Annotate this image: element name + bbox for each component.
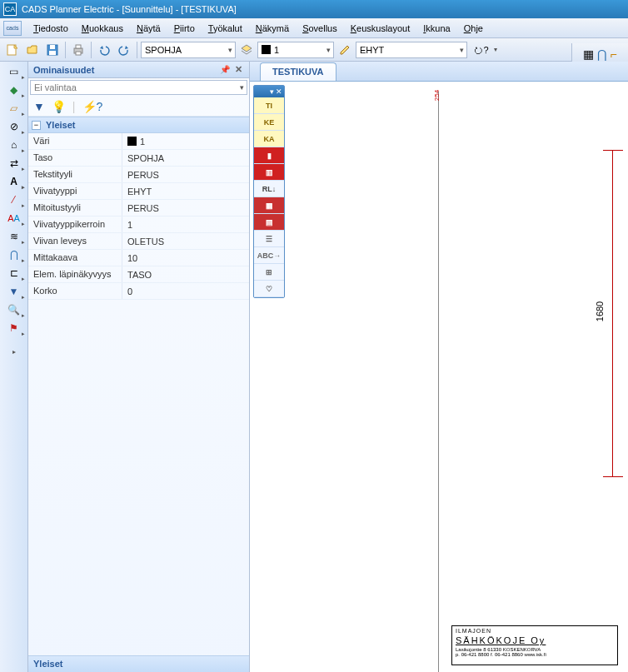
print-button[interactable] [69, 41, 87, 59]
property-value[interactable]: PERUS [122, 200, 249, 216]
group-header[interactable]: − Yleiset [28, 117, 249, 133]
property-value[interactable]: 1 [122, 217, 249, 232]
redo-button[interactable] [115, 41, 133, 59]
arrows-icon[interactable]: ⇄ [4, 155, 24, 172]
panel-filter-icon[interactable]: ▼ [33, 100, 45, 113]
menu-ohje[interactable]: Ohje [457, 21, 490, 36]
panel-help-icon[interactable]: ⚡? [82, 100, 103, 113]
property-row[interactable]: Elem. läpinäkyvyysTASO [28, 266, 249, 283]
layers-tool-icon[interactable]: ◆ [4, 82, 24, 98]
palette-close-icon[interactable]: ✕ [276, 87, 282, 96]
menu-nakyma[interactable]: Näkymä [249, 21, 296, 36]
palette-header[interactable]: ▾ ✕ [254, 86, 284, 97]
property-value[interactable]: 1 [122, 133, 249, 149]
property-value[interactable]: OLETUS [122, 233, 249, 249]
snap-icon[interactable]: ⋂ [597, 47, 606, 61]
palette-item[interactable]: ☰ [254, 231, 284, 247]
menu-keskuslayout[interactable]: Keuskuslayout [344, 21, 417, 36]
magnet-icon[interactable]: ⋂ [4, 246, 24, 263]
angle-icon[interactable]: ⌐ [610, 47, 616, 61]
property-value[interactable]: SPOHJA [122, 150, 249, 166]
pencil-icon[interactable] [336, 41, 354, 59]
flag-icon[interactable]: ⚑ [4, 320, 24, 336]
new-button[interactable] [3, 41, 22, 59]
grid-icon[interactable]: ▦ [583, 47, 594, 61]
palette-item[interactable]: ♡ [254, 281, 284, 297]
menu-sovellus[interactable]: Sovellus [296, 21, 344, 36]
selection-combo[interactable]: Ei valintaa [30, 80, 247, 95]
filter-icon[interactable]: ▼ [4, 283, 24, 300]
toolbar-overflow-icon[interactable]: ▾ [494, 46, 497, 53]
property-value[interactable]: 10 [122, 250, 249, 266]
panel-close-icon[interactable]: ✕ [233, 64, 244, 75]
layers-icon[interactable] [237, 41, 256, 59]
layer-combo[interactable]: SPOHJA [141, 42, 236, 58]
title-text: CADS Planner Electric - [Suunnittelu] - … [22, 4, 237, 14]
property-value[interactable]: PERUS [122, 167, 249, 182]
property-row[interactable]: Mittakaava10 [28, 250, 249, 266]
property-row[interactable]: Viivatyyppikerroin1 [28, 217, 249, 233]
palette-item[interactable]: ABC→ [254, 247, 284, 264]
palette-item[interactable]: ⊞ [254, 264, 284, 281]
line-tool-icon[interactable]: ∕ [4, 192, 24, 208]
collapse-icon[interactable]: − [32, 121, 41, 130]
menu-tiedosto[interactable]: Tiedosto [27, 21, 75, 36]
palette-item[interactable]: ▤ [254, 214, 284, 231]
clip-icon[interactable]: ⊏ [4, 265, 24, 281]
toolbar-expand-icon[interactable]: ▸ [4, 343, 24, 360]
property-row[interactable]: Korko0 [28, 283, 249, 300]
property-name: Elem. läpinäkyvyys [28, 266, 122, 282]
title-block: ILMAJOEN SÄHKÖKOJE Oy Lasikojontie 8 613… [451, 625, 618, 665]
property-row[interactable]: ViivatyyppiEHYT [28, 183, 249, 200]
palette-item[interactable]: ▮ [254, 147, 284, 164]
property-value[interactable]: EHYT [122, 183, 249, 199]
property-row[interactable]: MitoitustyyliPERUS [28, 200, 249, 217]
palette-menu-icon[interactable]: ▾ [270, 87, 274, 96]
color-combo[interactable]: 1 [257, 42, 334, 58]
menu-muokkaus[interactable]: Muokkaus [75, 21, 130, 36]
property-row[interactable]: TasoSPOHJA [28, 150, 249, 167]
drawing-canvas[interactable]: 254 ▾ ✕ TIKEKA▮▥RL↓▦▤☰ABC→⊞♡ 1680 ILMAJO… [250, 82, 628, 672]
linetype-combo[interactable]: EHYT [356, 42, 467, 58]
tool-palette[interactable]: ▾ ✕ TIKEKA▮▥RL↓▦▤☰ABC→⊞♡ [253, 85, 285, 298]
palette-item[interactable]: ▦ [254, 197, 284, 214]
property-name: Viivatyyppikerroin [28, 217, 122, 232]
menu-mini-button[interactable]: cads [3, 21, 22, 36]
property-name: Viivatyyppi [28, 183, 122, 199]
cursor-help-icon[interactable]: ⭮? [472, 41, 491, 59]
open-button[interactable] [23, 41, 42, 59]
panel-title: Ominaisuudet [33, 65, 94, 75]
undo-button[interactable] [95, 41, 113, 59]
link-tool-icon[interactable]: ⊘ [4, 118, 24, 135]
property-value[interactable]: 0 [122, 283, 249, 299]
palette-item[interactable]: TI [254, 97, 284, 114]
property-name: Väri [28, 133, 122, 149]
dimension-value: 1680 [595, 301, 605, 321]
menu-nayta[interactable]: Näytä [130, 21, 167, 36]
palette-item[interactable]: ▥ [254, 164, 284, 181]
paint-tool-icon[interactable]: ▱ [4, 100, 24, 117]
menu-piirto[interactable]: Piirto [167, 21, 202, 36]
palette-item[interactable]: KA [254, 131, 284, 147]
property-row[interactable]: TekstityyliPERUS [28, 167, 249, 183]
title-bar: CA CADS Planner Electric - [Suunnittelu]… [0, 0, 628, 18]
house-icon[interactable]: ⌂ [4, 137, 24, 153]
doc-tab[interactable]: TESTIKUVA [260, 62, 336, 81]
svg-rect-2 [50, 45, 55, 49]
rect-icon[interactable]: ▭ [4, 63, 24, 80]
save-button[interactable] [43, 41, 62, 59]
property-row[interactable]: Viivan leveysOLETUS [28, 233, 249, 250]
hatch-icon[interactable]: ≋ [4, 228, 24, 245]
palette-item[interactable]: RL↓ [254, 181, 284, 197]
pin-icon[interactable]: 📌 [217, 65, 233, 74]
property-value[interactable]: TASO [122, 266, 249, 282]
menu-tyokalut[interactable]: Työkalut [202, 21, 249, 36]
menu-ikkuna[interactable]: Ikkuna [416, 21, 456, 36]
format-icon[interactable]: AA [4, 210, 24, 226]
text-icon[interactable]: A [4, 173, 24, 190]
zoom-icon[interactable]: 🔍 [4, 301, 24, 318]
panel-info-icon[interactable]: 💡 [52, 100, 66, 113]
property-row[interactable]: Väri1 [28, 133, 249, 150]
property-name: Mittakaava [28, 250, 122, 266]
palette-item[interactable]: KE [254, 114, 284, 131]
